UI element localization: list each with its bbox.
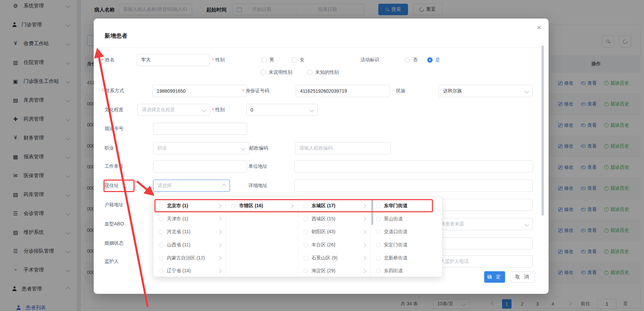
radio-icon[interactable] <box>307 70 313 75</box>
chevron-right-icon <box>362 217 366 221</box>
cascader-option[interactable]: 东四街道 <box>371 265 443 278</box>
education-label: 文化程度 <box>105 104 123 116</box>
cascader-option-label: 东城区 (17) <box>312 203 335 209</box>
ethnicity-select[interactable]: 达斡尔族 <box>439 85 533 97</box>
radio-icon[interactable] <box>159 229 164 234</box>
radio-icon[interactable] <box>261 57 267 63</box>
gender-select[interactable]: 0 <box>246 104 318 116</box>
chevron-right-icon <box>362 204 366 208</box>
cascader-option[interactable]: 石景山区 (9) <box>298 251 370 265</box>
radio-icon[interactable] <box>303 217 308 221</box>
chevron-down-icon <box>525 89 529 93</box>
postcode-label: 邮政编码 <box>249 142 268 154</box>
cascader-option[interactable]: 市辖区 (16) <box>226 199 298 213</box>
cascader-option[interactable]: 辽宁省 (14) <box>153 265 226 278</box>
chevron-right-icon <box>217 256 222 260</box>
radio-icon[interactable] <box>405 57 410 63</box>
cascader-column: 东华门街道景山街道交道口街道安定门街道北新桥街道东四街道 <box>371 197 443 277</box>
postcode-input[interactable]: 请输入邮政编码 <box>295 142 391 154</box>
gender-female-radio[interactable]: 女 <box>292 54 304 66</box>
name-input[interactable]: 牢大 <box>137 54 210 66</box>
cascader-option-label: 东四街道 <box>384 268 403 274</box>
guardian-label: 监护人 <box>105 255 119 268</box>
cascader-option[interactable]: 西城区 (15) <box>298 213 370 226</box>
radio-selected-icon[interactable] <box>427 57 433 63</box>
radio-icon[interactable] <box>303 229 308 234</box>
radio-icon[interactable] <box>159 204 164 208</box>
confirm-button[interactable]: 确 定 <box>484 271 505 283</box>
occupation-select[interactable]: 职业 <box>153 142 249 154</box>
employer-address-label: 单位地址 <box>248 160 267 173</box>
cascader-option-label: 北京市 (1) <box>167 203 188 209</box>
chevron-right-icon <box>217 243 222 247</box>
cascader-option[interactable]: 内蒙古自治区 (12) <box>153 251 226 265</box>
chevron-right-icon <box>362 230 366 234</box>
cancel-button[interactable]: 取 消 <box>510 271 535 283</box>
radio-icon[interactable] <box>376 217 381 221</box>
contact-input[interactable]: 19880991650 <box>152 85 247 97</box>
cascader-option[interactable]: 东华门街道 <box>371 199 443 213</box>
radio-icon[interactable] <box>303 204 308 208</box>
radio-icon[interactable] <box>292 57 297 63</box>
radio-icon[interactable] <box>261 70 266 75</box>
cascader-option[interactable]: 东城区 (17) <box>298 199 370 213</box>
cascader-option-label: 天津市 (1) <box>167 216 188 222</box>
current-address-cascader[interactable]: 请选择 <box>153 180 230 192</box>
cascader-option-label: 市辖区 (16) <box>239 203 263 209</box>
radio-icon[interactable] <box>376 269 381 273</box>
cascader-option-label: 朝阳区 (43) <box>312 229 335 235</box>
blood-type-label: 血型ABO <box>105 218 124 230</box>
divider <box>94 48 549 48</box>
radio-icon[interactable] <box>303 256 308 260</box>
cascader-option[interactable]: 海淀区 (29) <box>298 265 370 278</box>
cascader-option-label: 北新桥街道 <box>384 255 408 261</box>
radio-icon[interactable] <box>159 217 164 221</box>
cascader-option-label: 东华门街道 <box>384 203 408 209</box>
cascader-option[interactable]: 天津市 (1) <box>153 213 226 226</box>
gender-unstated-radio[interactable]: 未说明性别 <box>261 66 292 79</box>
cascader-option-label: 景山街道 <box>384 216 403 222</box>
detail-address-input[interactable] <box>294 180 533 192</box>
card-no-label: 就诊卡号 <box>105 123 123 135</box>
gender-unknown-radio[interactable]: 未知的性别 <box>307 66 339 79</box>
contact-label: 联系方式 <box>102 85 124 97</box>
cascader-option[interactable]: 交道口街道 <box>371 225 443 239</box>
cascader-option[interactable]: 丰台区 (26) <box>298 239 370 252</box>
modal-scrollbar[interactable] <box>541 45 544 216</box>
current-address-label: 现住址 <box>105 180 119 192</box>
radio-icon[interactable] <box>376 229 381 234</box>
radio-icon[interactable] <box>376 204 381 208</box>
radio-icon[interactable] <box>376 243 381 247</box>
radio-icon[interactable] <box>303 243 308 247</box>
cascader-option[interactable]: 朝阳区 (43) <box>298 225 370 239</box>
radio-icon[interactable] <box>303 269 308 273</box>
cascader-option[interactable]: 北京市 (1) <box>153 199 226 213</box>
radio-icon[interactable] <box>159 256 164 260</box>
radio-icon[interactable] <box>159 243 164 247</box>
card-no-input[interactable] <box>153 123 247 135</box>
cascader-option[interactable]: 河北省 (11) <box>153 225 226 239</box>
cascader-option[interactable]: 北新桥街道 <box>371 251 443 265</box>
employer-label: 工作单位 <box>105 160 123 173</box>
cascader-option[interactable]: 安定门街道 <box>371 239 443 252</box>
employer-input[interactable] <box>153 160 247 173</box>
scrollbar-thumb[interactable] <box>371 199 373 225</box>
cascader-option-label: 西城区 (15) <box>312 216 335 222</box>
radio-icon[interactable] <box>376 256 381 260</box>
cascader-option-label: 辽宁省 (14) <box>167 268 191 274</box>
active-no-radio[interactable]: 否 <box>405 54 417 66</box>
education-select[interactable]: 请选择文化程度 <box>138 104 210 116</box>
cascader-option[interactable]: 山西省 (11) <box>153 239 226 252</box>
employer-address-input[interactable] <box>294 160 533 173</box>
radio-icon[interactable] <box>159 269 164 273</box>
radio-icon[interactable] <box>231 204 236 208</box>
id-number-input[interactable]: 411625192602039719 <box>296 85 390 97</box>
close-icon[interactable]: × <box>537 23 541 32</box>
cascader-column: 北京市 (1)天津市 (1)河北省 (11)山西省 (11)内蒙古自治区 (12… <box>153 197 226 277</box>
marital-status-label: 婚姻状态 <box>105 237 123 249</box>
detail-address-label: 详细地址 <box>248 180 267 192</box>
gender-male-radio[interactable]: 男 <box>261 54 274 66</box>
chevron-down-icon <box>525 222 529 226</box>
cascader-option[interactable]: 景山街道 <box>371 213 443 226</box>
active-yes-radio[interactable]: 是 <box>427 54 440 66</box>
